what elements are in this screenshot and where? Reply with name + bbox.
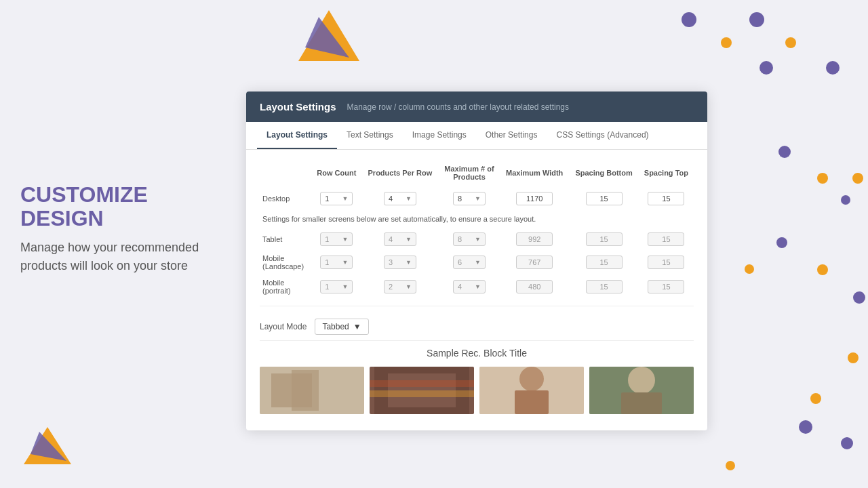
tablet-spacing-top-input[interactable] — [648, 232, 684, 246]
product-preview-3 — [479, 367, 584, 414]
device-label-tablet: Tablet — [260, 228, 312, 250]
mobile-landscape-products-per-row-select[interactable]: 3 ▼ — [384, 256, 416, 269]
mobile-landscape-products-per-row: 3 ▼ — [361, 250, 439, 274]
mobile-landscape-row-count-select[interactable]: 1 ▼ — [320, 256, 353, 269]
tablet-max-products-select[interactable]: 8 ▼ — [453, 232, 486, 246]
dot-decoration — [852, 173, 863, 184]
product-preview-4 — [589, 367, 694, 414]
table-row-tablet: Tablet 1 ▼ 4 ▼ — [260, 228, 694, 250]
chevron-down-icon: ▼ — [353, 322, 361, 331]
sidebar: CUSTOMIZE DESIGN Manage how your recomme… — [20, 183, 217, 275]
mobile-landscape-spacing-top — [639, 250, 694, 274]
panel-header: Layout Settings Manage row / column coun… — [246, 92, 707, 122]
product-previews — [260, 367, 694, 420]
tab-css-settings[interactable]: CSS Settings (Advanced) — [547, 122, 658, 149]
mobile-landscape-row-count: 1 ▼ — [312, 250, 361, 274]
tablet-products-per-row: 4 ▼ — [361, 228, 439, 250]
dot-decoration — [826, 61, 840, 75]
device-label-mobile-landscape: Mobile(Landscape) — [260, 250, 312, 274]
col-header-max-width: Maximum Width — [500, 161, 569, 188]
chevron-down-icon: ▼ — [406, 259, 412, 266]
mobile-portrait-max-width-input[interactable] — [516, 280, 553, 293]
dot-decoration — [778, 146, 791, 158]
tablet-max-width-input[interactable] — [516, 232, 553, 246]
notice-row: Settings for smaller screens below are s… — [260, 209, 694, 228]
chevron-down-icon: ▼ — [342, 195, 348, 202]
svg-rect-10 — [370, 380, 474, 387]
settings-table: Row Count Products Per Row Maximum # ofP… — [260, 161, 694, 299]
tablet-row-count: 1 ▼ — [312, 228, 361, 250]
dot-decoration — [760, 61, 773, 75]
tablet-spacing-bottom-input[interactable] — [586, 232, 623, 246]
product-preview-1 — [260, 367, 364, 414]
sidebar-title: CUSTOMIZE DESIGN — [20, 183, 217, 230]
svg-point-13 — [519, 367, 544, 391]
svg-rect-11 — [370, 390, 474, 397]
device-label-mobile-portrait: Mobile(portrait) — [260, 274, 312, 299]
tab-other-settings[interactable]: Other Settings — [476, 122, 547, 149]
mobile-portrait-row-count-select[interactable]: 1 ▼ — [320, 280, 353, 293]
dot-decoration — [726, 461, 735, 470]
tab-layout-settings[interactable]: Layout Settings — [257, 122, 337, 149]
logo-bottom — [20, 424, 75, 468]
desktop-row-count-select[interactable]: 1 ▼ — [320, 192, 353, 205]
desktop-spacing-bottom-input[interactable] — [586, 192, 623, 205]
chevron-down-icon: ▼ — [475, 236, 481, 243]
panel-tabs: Layout Settings Text Settings Image Sett… — [246, 122, 707, 150]
desktop-products-per-row-select[interactable]: 4 ▼ — [384, 192, 416, 205]
device-label-desktop: Desktop — [260, 188, 312, 209]
svg-rect-14 — [515, 390, 549, 414]
svg-point-17 — [628, 367, 655, 394]
dot-decoration — [799, 420, 812, 434]
dot-decoration — [841, 195, 850, 205]
sidebar-description: Manage how your recommended products wil… — [20, 239, 217, 275]
desktop-products-per-row: 4 ▼ — [361, 188, 439, 209]
table-row-mobile-landscape: Mobile(Landscape) 1 ▼ 3 ▼ — [260, 250, 694, 274]
dot-decoration — [848, 352, 859, 363]
tablet-spacing-bottom — [569, 228, 638, 250]
tab-text-settings[interactable]: Text Settings — [337, 122, 403, 149]
mobile-portrait-spacing-bottom — [569, 274, 638, 299]
product-preview-2 — [370, 367, 474, 414]
col-header-products-per-row: Products Per Row — [361, 161, 439, 188]
mobile-landscape-spacing-bottom-input[interactable] — [586, 256, 623, 269]
tablet-row-count-select[interactable]: 1 ▼ — [320, 232, 353, 246]
dot-decoration — [776, 237, 787, 248]
mobile-landscape-max-width — [500, 250, 569, 274]
desktop-spacing-top-input[interactable] — [648, 192, 684, 205]
mobile-portrait-max-products-select[interactable]: 4 ▼ — [453, 280, 486, 293]
svg-rect-6 — [292, 370, 319, 411]
mobile-portrait-max-products: 4 ▼ — [439, 274, 500, 299]
panel-body: Row Count Products Per Row Maximum # ofP… — [246, 150, 707, 430]
dot-decoration — [745, 264, 754, 274]
dot-decoration — [721, 37, 732, 48]
col-header-device — [260, 161, 312, 188]
divider — [260, 306, 694, 306]
desktop-spacing-bottom — [569, 188, 638, 209]
mobile-portrait-products-per-row-select[interactable]: 2 ▼ — [384, 280, 416, 293]
tablet-max-products: 8 ▼ — [439, 228, 500, 250]
col-header-spacing-bottom: Spacing Bottom — [569, 161, 638, 188]
table-row-mobile-portrait: Mobile(portrait) 1 ▼ 2 ▼ — [260, 274, 694, 299]
mobile-landscape-max-products-select[interactable]: 6 ▼ — [453, 256, 486, 269]
chevron-down-icon: ▼ — [342, 259, 348, 266]
mobile-portrait-spacing-top-input[interactable] — [648, 280, 684, 293]
desktop-row-count: 1 ▼ — [312, 188, 361, 209]
chevron-down-icon: ▼ — [475, 283, 481, 290]
dot-decoration — [853, 291, 865, 304]
table-row-desktop: Desktop 1 ▼ 4 ▼ — [260, 188, 694, 209]
chevron-down-icon: ▼ — [475, 259, 481, 266]
desktop-max-width — [500, 188, 569, 209]
mobile-landscape-max-width-input[interactable] — [516, 256, 553, 269]
layout-mode-row: Layout Mode Tabbed ▼ — [260, 313, 694, 340]
desktop-max-width-input[interactable] — [516, 192, 553, 205]
layout-mode-select[interactable]: Tabbed ▼ — [315, 319, 368, 335]
svg-rect-18 — [621, 392, 662, 414]
mobile-portrait-spacing-bottom-input[interactable] — [586, 280, 623, 293]
col-header-max-products: Maximum # ofProducts — [439, 161, 500, 188]
tab-image-settings[interactable]: Image Settings — [403, 122, 476, 149]
desktop-max-products-select[interactable]: 8 ▼ — [453, 192, 486, 205]
mobile-landscape-spacing-top-input[interactable] — [648, 256, 684, 269]
chevron-down-icon: ▼ — [406, 195, 412, 202]
tablet-products-per-row-select[interactable]: 4 ▼ — [384, 232, 416, 246]
